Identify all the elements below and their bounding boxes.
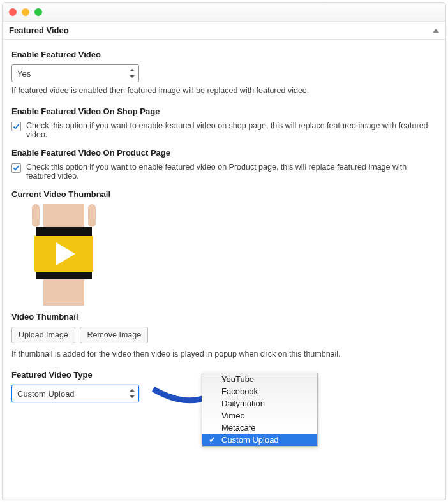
enable-featured-video-label: Enable Featured Video <box>11 50 437 59</box>
option-vimeo[interactable]: Vimeo <box>202 410 317 422</box>
shop-page-check-text: Check this option if you want to enable … <box>26 121 437 139</box>
option-youtube[interactable]: YouTube <box>202 373 317 385</box>
thumbnail-help: If thumbnail is added for the video then… <box>11 350 437 358</box>
remove-image-button[interactable]: Remove Image <box>80 327 148 343</box>
option-dailymotion[interactable]: Dailymotion <box>202 397 317 410</box>
enable-featured-video-help: If featured video is enabled then featur… <box>11 86 437 95</box>
zoom-icon[interactable] <box>34 8 42 16</box>
option-custom-upload[interactable]: Custom Upload <box>202 434 317 446</box>
close-icon[interactable] <box>9 8 17 16</box>
panel-title: Featured Video <box>9 26 69 35</box>
option-facebook[interactable]: Facebook <box>202 385 317 397</box>
minimize-icon[interactable] <box>22 8 29 16</box>
play-icon <box>56 242 75 265</box>
video-type-dropdown[interactable]: YouTube Facebook Dailymotion Vimeo Metac… <box>202 373 318 447</box>
chevron-updown-icon <box>130 389 135 398</box>
video-type-select[interactable]: Custom Upload <box>11 385 139 402</box>
product-page-checkbox[interactable] <box>11 163 21 173</box>
shop-page-checkbox[interactable] <box>11 122 21 131</box>
product-page-label: Enable Featured Video On Product Page <box>11 148 437 158</box>
shop-page-label: Enable Featured Video On Shop Page <box>11 107 437 116</box>
product-page-check-text: Check this option if you want to enable … <box>26 163 437 181</box>
thumbnail-label: Current Video Thumbnail <box>11 189 437 199</box>
panel-header[interactable]: Featured Video <box>3 22 445 40</box>
enable-featured-video-select[interactable]: Yes <box>11 64 139 82</box>
collapse-icon[interactable] <box>433 29 439 33</box>
window-chrome <box>3 3 445 22</box>
video-thumbnail-section-label: Video Thumbnail <box>11 312 437 321</box>
video-type-value: Custom Upload <box>17 389 75 399</box>
video-thumbnail[interactable] <box>11 204 116 306</box>
chevron-updown-icon <box>130 69 135 78</box>
upload-image-button[interactable]: Upload Image <box>11 327 75 343</box>
enable-featured-video-value: Yes <box>17 69 31 78</box>
option-metacafe[interactable]: Metacafe <box>202 422 317 434</box>
